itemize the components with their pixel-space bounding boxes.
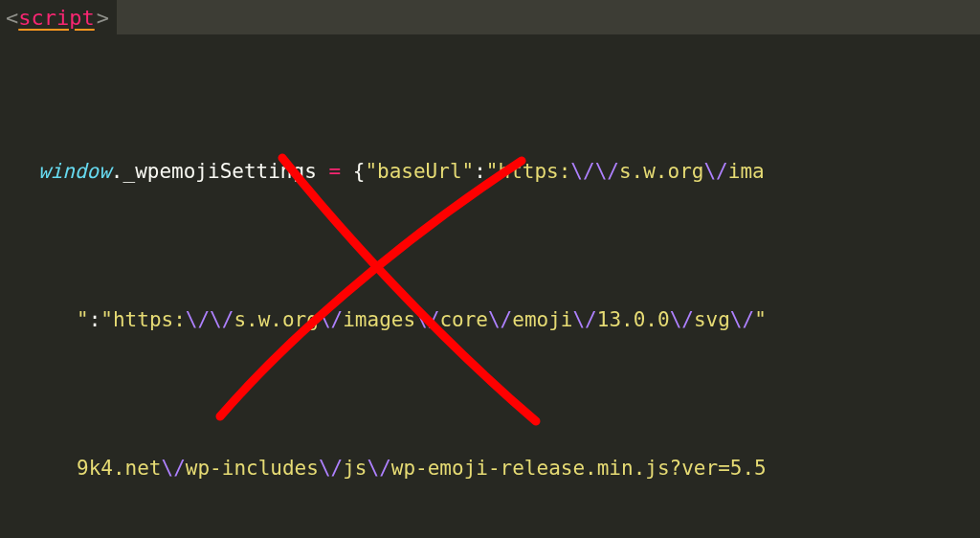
code-line: 9k4.net\/wp-includes\/js\/wp-emoji-relea…	[8, 454, 778, 483]
opening-script-tag: < script >	[0, 0, 117, 34]
tag-close-bracket: >	[97, 3, 109, 33]
editor-topbar: < script >	[0, 0, 980, 34]
code-editor: < script > window._wpemojiSettings = {"b…	[0, 0, 980, 538]
tag-name: script	[18, 3, 94, 33]
code-line: ":"https:\/\/s.w.org\/images\/core\/emoj…	[8, 305, 778, 335]
code-block[interactable]: window._wpemojiSettings = {"baseUrl":"ht…	[0, 38, 778, 538]
tag-open-bracket: <	[6, 3, 18, 33]
code-line: window._wpemojiSettings = {"baseUrl":"ht…	[8, 157, 778, 187]
